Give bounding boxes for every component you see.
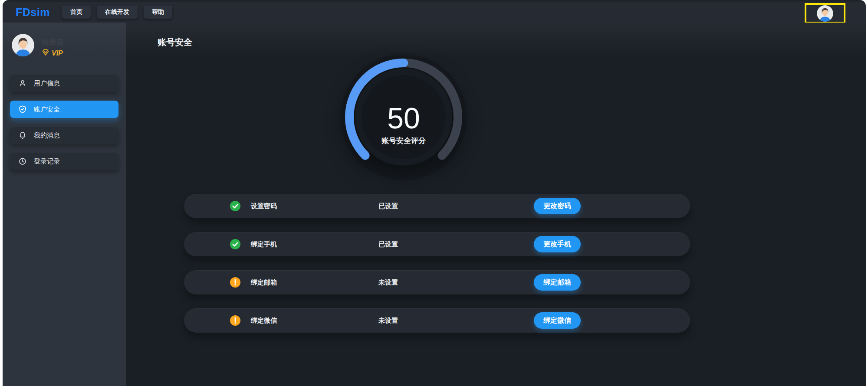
page-title: 账号安全 [158, 36, 192, 48]
row-status: 未设置 [378, 270, 398, 294]
sidebar-menu: 用户信息 账户安全 我的消息 登录记录 [10, 75, 118, 179]
security-row: 绑定邮箱 未设置 绑定邮箱 [184, 270, 690, 294]
nav-button[interactable]: 帮助 [144, 6, 172, 19]
vip-badge: VIP [41, 48, 63, 59]
row-action-button[interactable]: 绑定邮箱 [534, 274, 581, 291]
warning-circle-icon [230, 277, 240, 288]
row-status: 已设置 [378, 194, 398, 218]
sidebar-item-0[interactable]: 用户信息 [10, 75, 118, 92]
sidebar-item-3[interactable]: 登录记录 [10, 153, 118, 170]
content-area: 陆景昊 VIP 用户信息 账户安全 我的消息 登录记录 账号 [3, 23, 866, 386]
row-action-button[interactable]: 绑定微信 [534, 312, 581, 329]
row-action-button[interactable]: 更改手机 [534, 236, 581, 252]
security-row: 绑定手机 已设置 更改手机 [184, 232, 690, 256]
clock-icon [18, 157, 27, 166]
security-row: 设置密码 已设置 更改密码 [184, 194, 690, 218]
sidebar-item-1[interactable]: 账户安全 [10, 101, 118, 118]
gem-icon [41, 48, 50, 59]
row-label: 绑定微信 [251, 308, 277, 333]
warning-circle-icon [230, 315, 240, 326]
row-label: 绑定邮箱 [251, 270, 277, 294]
nav-button[interactable]: 首页 [62, 6, 91, 19]
header-avatar[interactable] [817, 5, 833, 22]
user-icon [18, 79, 27, 88]
sidebar-item-2[interactable]: 我的消息 [10, 127, 118, 144]
sidebar-item-label: 我的消息 [34, 131, 60, 140]
check-circle-icon [230, 239, 240, 249]
row-status: 未设置 [378, 308, 398, 333]
bell-icon [18, 131, 27, 140]
sidebar-item-label: 账户安全 [34, 105, 60, 114]
sidebar: 陆景昊 VIP 用户信息 账户安全 我的消息 登录记录 [3, 23, 126, 386]
security-score-label: 账号安全评分 [334, 136, 473, 146]
row-action-button[interactable]: 更改密码 [534, 198, 581, 214]
nav-button[interactable]: 在线开发 [97, 6, 138, 19]
main-panel: 账号安全 50 账号安全评分 设置密码 已设置 更改密码 绑定手机 [126, 23, 866, 386]
row-label: 设置密码 [251, 194, 277, 218]
sidebar-item-label: 登录记录 [34, 157, 60, 166]
security-row-list: 设置密码 已设置 更改密码 绑定手机 已设置 更改手机 绑定邮箱 未设置 绑定邮… [184, 194, 690, 347]
security-row: 绑定微信 未设置 绑定微信 [184, 308, 690, 333]
row-status: 已设置 [378, 232, 398, 256]
vip-label: VIP [52, 49, 63, 57]
app-logo[interactable]: FDsim [16, 6, 50, 19]
sidebar-item-label: 用户信息 [34, 79, 60, 88]
nav-button-group: 首页在线开发帮助 [62, 6, 178, 19]
check-circle-icon [230, 201, 240, 211]
shield-check-icon [18, 105, 27, 114]
app-window: FDsim 首页在线开发帮助 陆景昊 [3, 0, 866, 386]
top-navbar: FDsim 首页在线开发帮助 [3, 2, 866, 23]
security-score-gauge: 50 账号安全评分 [334, 48, 473, 186]
security-score-value: 50 [334, 103, 473, 133]
profile-avatar[interactable] [12, 34, 34, 56]
annotation-highlight [805, 3, 845, 23]
row-label: 绑定手机 [251, 232, 277, 256]
